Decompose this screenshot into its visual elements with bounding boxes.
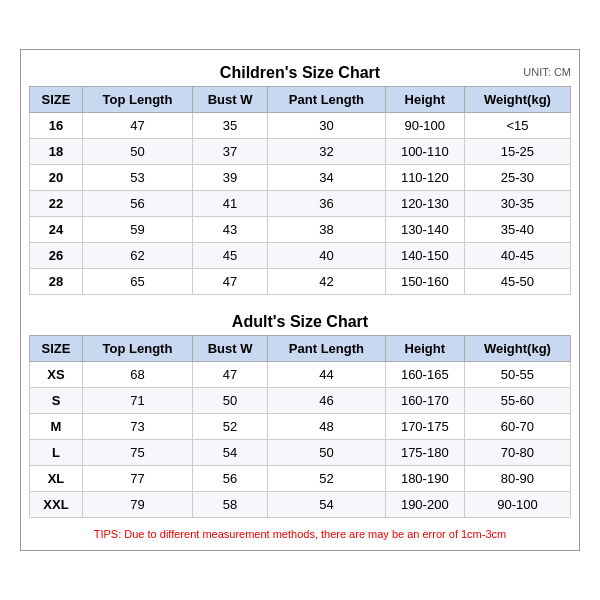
table-cell: 58 [193, 492, 268, 518]
table-cell: <15 [464, 113, 570, 139]
adults-col-weight: Weight(kg) [464, 336, 570, 362]
adults-col-top-length: Top Length [82, 336, 192, 362]
table-cell: 44 [268, 362, 386, 388]
table-cell: 140-150 [385, 243, 464, 269]
table-cell: 32 [268, 139, 386, 165]
adults-section-header: Adult's Size Chart [29, 307, 571, 335]
children-title: Children's Size Chart [29, 64, 571, 82]
table-row: M735248170-17560-70 [30, 414, 571, 440]
table-cell: 54 [193, 440, 268, 466]
table-cell: 50 [193, 388, 268, 414]
unit-label: UNIT: CM [523, 66, 571, 78]
table-row: XS684744160-16550-55 [30, 362, 571, 388]
table-cell: XL [30, 466, 83, 492]
table-cell: 150-160 [385, 269, 464, 295]
table-cell: 35 [193, 113, 268, 139]
table-cell: 18 [30, 139, 83, 165]
table-row: S715046160-17055-60 [30, 388, 571, 414]
table-cell: 40-45 [464, 243, 570, 269]
table-cell: 70-80 [464, 440, 570, 466]
table-cell: 110-120 [385, 165, 464, 191]
table-cell: M [30, 414, 83, 440]
adults-col-size: SIZE [30, 336, 83, 362]
children-col-weight: Weight(kg) [464, 87, 570, 113]
table-row: XL775652180-19080-90 [30, 466, 571, 492]
table-cell: 26 [30, 243, 83, 269]
chart-container: Children's Size Chart UNIT: CM SIZE Top … [20, 49, 580, 551]
table-cell: 56 [193, 466, 268, 492]
table-cell: 120-130 [385, 191, 464, 217]
table-cell: 50 [82, 139, 192, 165]
table-cell: 40 [268, 243, 386, 269]
table-cell: 52 [193, 414, 268, 440]
table-row: 24594338130-14035-40 [30, 217, 571, 243]
table-cell: 42 [268, 269, 386, 295]
children-col-height: Height [385, 87, 464, 113]
table-cell: 50 [268, 440, 386, 466]
children-header-row: SIZE Top Length Bust W Pant Length Heigh… [30, 87, 571, 113]
table-cell: 34 [268, 165, 386, 191]
table-cell: XS [30, 362, 83, 388]
table-row: XXL795854190-20090-100 [30, 492, 571, 518]
table-cell: 30 [268, 113, 386, 139]
table-cell: 71 [82, 388, 192, 414]
table-row: 20533934110-12025-30 [30, 165, 571, 191]
table-cell: 20 [30, 165, 83, 191]
table-row: 22564136120-13030-35 [30, 191, 571, 217]
children-section-header: Children's Size Chart UNIT: CM [29, 58, 571, 86]
table-cell: 62 [82, 243, 192, 269]
table-cell: 75 [82, 440, 192, 466]
table-row: 1647353090-100<15 [30, 113, 571, 139]
table-cell: 45-50 [464, 269, 570, 295]
table-cell: 90-100 [464, 492, 570, 518]
table-cell: 46 [268, 388, 386, 414]
table-cell: 73 [82, 414, 192, 440]
table-row: 26624540140-15040-45 [30, 243, 571, 269]
table-cell: 48 [268, 414, 386, 440]
table-cell: 79 [82, 492, 192, 518]
children-col-size: SIZE [30, 87, 83, 113]
table-cell: 54 [268, 492, 386, 518]
adults-col-height: Height [385, 336, 464, 362]
table-cell: 15-25 [464, 139, 570, 165]
table-cell: 80-90 [464, 466, 570, 492]
table-cell: 28 [30, 269, 83, 295]
table-cell: 43 [193, 217, 268, 243]
adults-col-pant-length: Pant Length [268, 336, 386, 362]
table-cell: 65 [82, 269, 192, 295]
table-cell: 77 [82, 466, 192, 492]
children-col-bust-w: Bust W [193, 87, 268, 113]
table-cell: 24 [30, 217, 83, 243]
tips-text: TIPS: Due to different measurement metho… [29, 524, 571, 542]
table-row: 28654742150-16045-50 [30, 269, 571, 295]
table-cell: 39 [193, 165, 268, 191]
table-row: 18503732100-11015-25 [30, 139, 571, 165]
table-cell: 55-60 [464, 388, 570, 414]
adults-table: SIZE Top Length Bust W Pant Length Heigh… [29, 335, 571, 518]
table-cell: 52 [268, 466, 386, 492]
table-cell: 25-30 [464, 165, 570, 191]
table-cell: 38 [268, 217, 386, 243]
table-cell: 68 [82, 362, 192, 388]
table-cell: 50-55 [464, 362, 570, 388]
table-cell: 170-175 [385, 414, 464, 440]
table-cell: 53 [82, 165, 192, 191]
adults-header-row: SIZE Top Length Bust W Pant Length Heigh… [30, 336, 571, 362]
table-cell: 60-70 [464, 414, 570, 440]
table-cell: 160-170 [385, 388, 464, 414]
table-cell: 190-200 [385, 492, 464, 518]
table-cell: 41 [193, 191, 268, 217]
table-cell: L [30, 440, 83, 466]
table-cell: 35-40 [464, 217, 570, 243]
children-col-pant-length: Pant Length [268, 87, 386, 113]
table-cell: 47 [193, 269, 268, 295]
table-cell: 130-140 [385, 217, 464, 243]
table-cell: 45 [193, 243, 268, 269]
table-cell: 37 [193, 139, 268, 165]
table-cell: 175-180 [385, 440, 464, 466]
table-row: L755450175-18070-80 [30, 440, 571, 466]
table-cell: S [30, 388, 83, 414]
children-col-top-length: Top Length [82, 87, 192, 113]
adults-col-bust-w: Bust W [193, 336, 268, 362]
table-cell: 180-190 [385, 466, 464, 492]
